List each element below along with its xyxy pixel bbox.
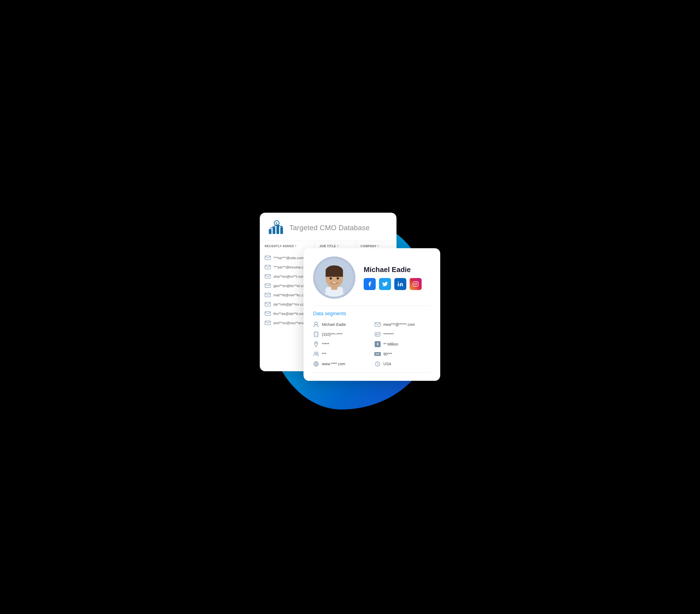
- instagram-icon[interactable]: [410, 278, 422, 290]
- svg-rect-5: [280, 227, 283, 234]
- svg-point-23: [329, 277, 332, 280]
- email-data-icon: [375, 322, 380, 327]
- svg-text:$: $: [276, 222, 277, 225]
- data-item-website: www.****.com: [313, 361, 369, 367]
- svg-rect-3: [273, 227, 275, 234]
- email-icon: [265, 284, 271, 288]
- svg-rect-12: [265, 302, 271, 306]
- data-item-revenue: $ ** Million: [375, 341, 431, 347]
- data-item-phone: (310)***-****: [313, 331, 369, 337]
- profile-info: Michael Eadie: [364, 265, 431, 290]
- twitter-icon[interactable]: [379, 278, 391, 290]
- profile-card: Michael Eadie: [303, 248, 440, 381]
- data-item-id: *******: [375, 331, 431, 337]
- svg-rect-4: [276, 225, 279, 234]
- zip-icon: ZIP: [375, 351, 380, 357]
- chevron-recently-icon: ▾: [295, 245, 297, 247]
- svg-point-38: [314, 352, 316, 354]
- svg-rect-7: [265, 256, 271, 260]
- svg-rect-8: [265, 265, 271, 269]
- facebook-icon[interactable]: [364, 278, 376, 290]
- scene: $ Targeted CMO Database RECENTLY ADDED ▾…: [254, 204, 446, 410]
- linkedin-icon[interactable]: [394, 278, 406, 290]
- data-grid: Michael Eadie mea***@*****.com: [313, 322, 431, 367]
- email-icon: [265, 321, 271, 325]
- svg-rect-26: [413, 281, 418, 286]
- chevron-company-icon: ▾: [378, 245, 379, 247]
- data-item-country: USA: [375, 361, 431, 367]
- svg-rect-10: [265, 284, 271, 288]
- location-icon: [313, 341, 319, 347]
- country-icon: [375, 361, 380, 367]
- svg-rect-22: [326, 271, 343, 277]
- svg-rect-36: [378, 335, 379, 335]
- svg-point-25: [398, 281, 399, 283]
- globe-icon: [313, 361, 319, 367]
- page-title: Targeted CMO Database: [289, 224, 370, 232]
- avatar-wrapper: [313, 256, 355, 299]
- avatar: [315, 259, 353, 297]
- svg-rect-9: [265, 275, 271, 278]
- svg-rect-35: [378, 334, 379, 334]
- phone-icon: [313, 331, 319, 337]
- svg-point-45: [377, 363, 378, 364]
- svg-point-28: [417, 283, 417, 283]
- svg-rect-32: [315, 333, 317, 336]
- id-icon: [375, 331, 380, 337]
- svg-point-29: [315, 322, 317, 325]
- data-item-zip: ZIP 90***: [375, 351, 431, 357]
- svg-rect-30: [375, 323, 380, 326]
- social-icons: [364, 278, 431, 290]
- svg-point-34: [376, 334, 378, 335]
- svg-point-24: [337, 277, 339, 280]
- data-segments-title: Data segments: [313, 311, 431, 316]
- email-icon: [265, 293, 271, 297]
- svg-point-27: [414, 283, 416, 285]
- svg-point-39: [316, 352, 318, 354]
- employees-icon: [313, 351, 319, 357]
- svg-rect-31: [314, 332, 318, 337]
- dollar-icon: $: [375, 341, 380, 347]
- svg-rect-2: [269, 229, 272, 234]
- logo-icon: $: [268, 220, 284, 235]
- email-icon: [265, 274, 271, 278]
- data-item-email: mea***@*****.com: [375, 322, 431, 327]
- svg-point-37: [315, 342, 317, 344]
- avatar-image: [315, 259, 353, 297]
- email-icon: [265, 255, 271, 260]
- svg-point-6: [281, 226, 283, 228]
- card-header: $ Targeted CMO Database: [260, 213, 397, 241]
- chevron-jobtitle-icon: ▾: [337, 245, 339, 247]
- email-icon: [265, 311, 271, 316]
- svg-rect-14: [265, 321, 271, 325]
- divider-bottom: [313, 372, 431, 373]
- email-icon: [265, 265, 271, 269]
- person-name: Michael Eadie: [364, 265, 431, 274]
- person-icon: [313, 322, 319, 327]
- profile-section: Michael Eadie: [313, 256, 431, 299]
- data-item-location: *****: [313, 341, 369, 347]
- email-icon: [265, 302, 271, 306]
- svg-rect-11: [265, 293, 271, 297]
- svg-rect-13: [265, 312, 271, 315]
- data-item-employees: ***: [313, 351, 369, 357]
- data-item-name: Michael Eadie: [313, 322, 369, 327]
